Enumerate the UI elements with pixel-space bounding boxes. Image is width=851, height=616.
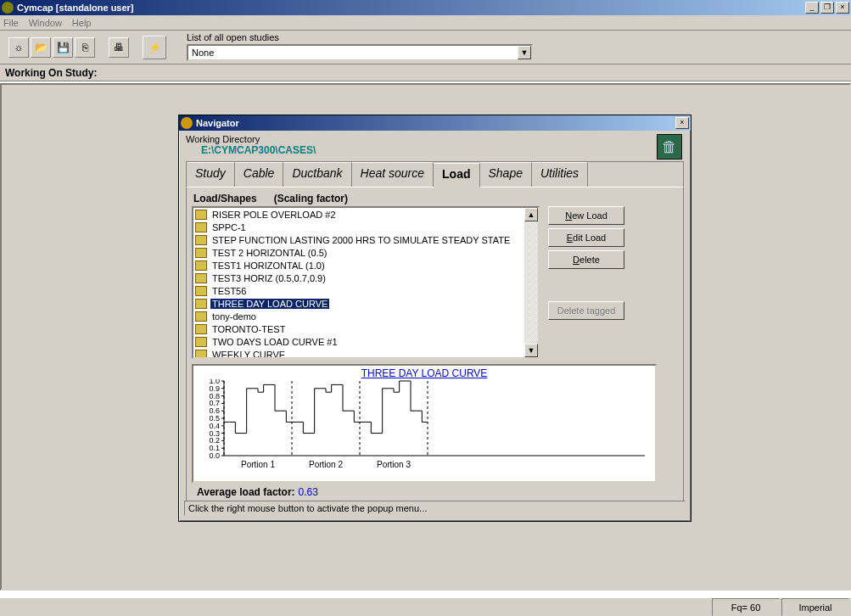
avg-load-factor: Average load factor:0.63	[192, 486, 678, 498]
tab-shape[interactable]: Shape	[480, 162, 532, 187]
studies-label: List of all open studies	[187, 32, 279, 42]
scroll-thumb[interactable]	[524, 221, 538, 344]
chart-title: THREE DAY LOAD CURVE	[195, 367, 653, 379]
menubar: File Window Help	[0, 15, 851, 31]
studies-value: None	[192, 48, 214, 58]
menu-file[interactable]: File	[3, 18, 19, 28]
toolbar-print-icon[interactable]: 🖶	[109, 37, 129, 58]
working-directory-label: Working Directory	[186, 134, 684, 144]
list-item[interactable]: TEST3 HORIZ (0.5,0.7,0.9)	[193, 272, 538, 284]
toolbar-save-icon[interactable]: 💾	[53, 37, 73, 58]
working-on-study-label: Working On Study:	[0, 64, 851, 81]
list-item[interactable]: TEST 2 HORIZONTAL (0.5)	[193, 246, 538, 259]
chevron-down-icon[interactable]: ▼	[518, 46, 531, 59]
menu-window[interactable]: Window	[29, 18, 62, 28]
list-item[interactable]: TWO DAYS LOAD CURVE #1	[193, 335, 538, 348]
svg-text:0.1: 0.1	[209, 444, 220, 452]
svg-text:0.0: 0.0	[209, 451, 220, 460]
app-title: Cymcap [standalone user]	[17, 3, 803, 13]
dialog-titlebar: Navigator ×	[179, 115, 691, 131]
svg-text:1.0: 1.0	[209, 379, 220, 385]
toolbar-saveas-icon[interactable]: ⎘	[75, 37, 95, 58]
svg-text:Portion 2: Portion 2	[309, 460, 343, 469]
list-header: Load/Shapes(Scaling factor)	[192, 193, 678, 204]
app-icon	[2, 2, 14, 14]
toolbar-run-icon[interactable]: ⚡	[143, 36, 166, 59]
list-item[interactable]: TEST1 HORIZONTAL (1.0)	[193, 259, 538, 272]
load-item-icon	[195, 324, 207, 334]
scrollbar[interactable]: ▲ ▼	[524, 208, 538, 357]
new-load-button[interactable]: New Load	[548, 206, 624, 225]
scroll-down-icon[interactable]: ▼	[524, 344, 538, 357]
load-item-icon	[195, 337, 207, 347]
svg-text:0.8: 0.8	[209, 392, 220, 400]
toolbar-new-icon[interactable]: ☼	[8, 37, 29, 58]
delete-tagged-button: Delete tagged	[548, 301, 624, 320]
tabs: Study Cable Ductbank Heat source Load Sh…	[186, 161, 684, 187]
svg-text:0.9: 0.9	[209, 384, 220, 393]
list-item[interactable]: TORONTO-TEST	[193, 322, 538, 335]
delete-button[interactable]: Delete	[548, 250, 624, 269]
load-item-icon	[195, 273, 207, 283]
svg-text:0.3: 0.3	[209, 429, 220, 438]
list-item[interactable]: STEP FUNCTION LASTING 2000 HRS TO SIMULA…	[193, 233, 538, 246]
svg-text:0.4: 0.4	[209, 422, 220, 430]
tab-heat-source[interactable]: Heat source	[352, 162, 434, 187]
status-units: Imperial	[781, 598, 849, 616]
tab-study[interactable]: Study	[187, 162, 235, 187]
load-item-icon	[195, 210, 207, 220]
svg-text:0.7: 0.7	[209, 399, 220, 407]
tab-load[interactable]: Load	[434, 163, 479, 188]
svg-text:0.6: 0.6	[209, 406, 220, 415]
load-listbox[interactable]: RISER POLE OVERLOAD #2SPPC-1STEP FUNCTIO…	[192, 206, 540, 359]
navigator-icon	[181, 117, 193, 129]
load-item-icon	[195, 235, 207, 245]
studies-dropdown[interactable]: None ▼	[187, 44, 533, 61]
list-item[interactable]: WEEKLY CURVE	[193, 348, 538, 359]
minimize-button[interactable]: _	[805, 2, 819, 14]
chart-preview: THREE DAY LOAD CURVE 0.00.10.20.30.40.50…	[192, 364, 657, 483]
load-item-icon	[195, 248, 207, 258]
menu-help[interactable]: Help	[72, 18, 92, 28]
statusbar: Fq= 60 Imperial	[0, 597, 851, 616]
list-item[interactable]: THREE DAY LOAD CURVE	[193, 297, 538, 310]
svg-text:Portion 1: Portion 1	[241, 460, 275, 469]
navigator-dialog: Navigator × Working Directory E:\CYMCAP3…	[178, 115, 691, 522]
tab-panel-load: Load/Shapes(Scaling factor) RISER POLE O…	[186, 187, 684, 509]
scroll-up-icon[interactable]: ▲	[524, 208, 538, 221]
svg-text:Portion 3: Portion 3	[377, 460, 411, 469]
working-directory-path: E:\CYMCAP300\CASES\	[186, 144, 684, 156]
dialog-statusbar: Click the right mouse button to activate…	[184, 501, 686, 516]
list-item[interactable]: TEST56	[193, 284, 538, 297]
load-item-icon	[195, 299, 207, 309]
dialog-title: Navigator	[196, 118, 674, 128]
tab-cable[interactable]: Cable	[235, 162, 284, 187]
list-item[interactable]: SPPC-1	[193, 221, 538, 233]
edit-load-button[interactable]: Edit Load	[548, 228, 624, 247]
load-item-icon	[195, 350, 207, 360]
app-titlebar: Cymcap [standalone user] _ ❐ ×	[0, 0, 851, 15]
list-item[interactable]: tony-demo	[193, 310, 538, 322]
trash-icon[interactable]: 🗑	[657, 134, 682, 160]
toolbar-open-icon[interactable]: 📂	[31, 37, 51, 58]
status-fq: Fq= 60	[712, 598, 780, 616]
load-item-icon	[195, 222, 207, 232]
dialog-close-button[interactable]: ×	[675, 117, 689, 129]
load-curve-chart: 0.00.10.20.30.40.50.60.70.80.91.0Portion…	[195, 379, 653, 471]
svg-text:0.2: 0.2	[209, 436, 220, 445]
toolbar: ☼ 📂 💾 ⎘ 🖶 ⚡ List of all open studies Non…	[0, 31, 851, 64]
load-item-icon	[195, 286, 207, 296]
close-button[interactable]: ×	[836, 2, 849, 14]
restore-button[interactable]: ❐	[820, 2, 834, 14]
tab-ductbank[interactable]: Ductbank	[283, 162, 351, 187]
load-item-icon	[195, 260, 207, 271]
list-item[interactable]: RISER POLE OVERLOAD #2	[193, 208, 538, 221]
svg-text:0.5: 0.5	[209, 414, 220, 423]
load-item-icon	[195, 311, 207, 322]
tab-utilities[interactable]: Utilities	[532, 162, 588, 187]
